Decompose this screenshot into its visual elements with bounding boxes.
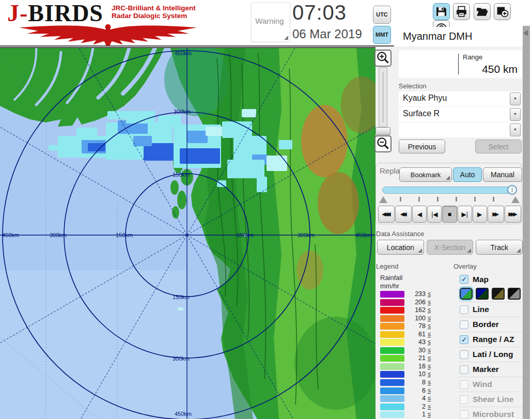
checkbox-lati-long[interactable] — [460, 350, 468, 359]
track-button[interactable]: Track — [476, 240, 523, 255]
fast-forward-button[interactable]: ▶▶ — [488, 206, 504, 223]
slider-tick — [474, 197, 476, 201]
overlay-row-range-az: Range / AZ — [459, 332, 523, 347]
add-image-button[interactable] — [494, 3, 511, 20]
site-dropdown-value: Kyauk Phyu — [403, 94, 447, 103]
zoom-in-button[interactable] — [374, 50, 392, 67]
skip-to-start-button[interactable]: ◀◀◀ — [378, 206, 395, 223]
panel-edge-strip[interactable] — [523, 26, 530, 419]
logo-subtitle-line1: JRC-Brilliant & Intelligent — [112, 4, 196, 12]
zoom-slider-track[interactable] — [379, 67, 387, 127]
range-ring-label: 150km — [173, 294, 190, 300]
overlay-item-label: Map — [473, 275, 489, 284]
map-style-blue-green[interactable] — [460, 288, 473, 300]
play-forward-button[interactable]: ▶ — [473, 206, 487, 223]
checkbox-line[interactable] — [460, 305, 468, 314]
jbirds-logo: J-BIRDS JRC-Brilliant & Intelligent Rada… — [4, 1, 247, 45]
rain-echo — [107, 111, 126, 119]
overlay-row-marker: Marker — [459, 362, 523, 377]
option-dropdown[interactable] — [399, 122, 522, 137]
slider-tick — [400, 197, 401, 201]
overlay-row-lati-long: Lati / Long — [459, 347, 523, 362]
legend-le-symbol: ≤ — [428, 299, 431, 305]
map-style-navy-darkgreen[interactable] — [476, 288, 489, 300]
step-forward-button[interactable]: ▶| — [458, 206, 472, 223]
zoom-out-icon — [376, 136, 390, 150]
open-folder-button[interactable] — [474, 3, 491, 20]
legend-swatch — [380, 307, 404, 314]
radar-map[interactable]: 450km300km150km150km300km450km450km300km… — [0, 48, 375, 419]
logo-subtitle: JRC-Brilliant & Intelligent Radar Dialog… — [112, 4, 196, 20]
legend-le-symbol: ≤ — [428, 315, 431, 321]
rain-echo — [187, 131, 208, 143]
chevron-down-icon[interactable] — [510, 92, 521, 105]
range-ring-label: 450km — [2, 232, 19, 238]
legend-item: 162≤ — [380, 306, 437, 315]
legend-value: 4 — [407, 395, 426, 402]
legend-swatch — [380, 379, 404, 386]
site-dropdown[interactable]: Kyauk Phyu — [399, 91, 522, 106]
checkbox-range-az[interactable] — [460, 335, 468, 344]
mmt-button[interactable]: MMT — [373, 26, 391, 44]
panel-collapse-icon[interactable] — [523, 30, 528, 36]
save-icon — [435, 5, 448, 18]
legend-swatch — [380, 404, 404, 410]
warning-box[interactable]: Warning — [251, 3, 290, 42]
skip-to-end-button[interactable]: ▶▶▶ — [505, 206, 521, 223]
range-value: 450 km — [482, 63, 518, 75]
legend-value: 61 — [407, 331, 426, 338]
chevron-down-icon[interactable] — [510, 108, 521, 121]
slider-range-marker-right[interactable] — [511, 196, 520, 203]
print-button[interactable] — [453, 3, 470, 20]
legend-le-symbol: ≤ — [428, 354, 431, 361]
bookmark-button[interactable]: Bookmark — [399, 167, 452, 182]
checkbox-border[interactable] — [460, 320, 468, 329]
rain-echo — [62, 150, 81, 157]
legend-value: 206 — [407, 299, 426, 306]
play-backward-button[interactable]: ◀ — [412, 206, 427, 223]
range-ring-label: 150km — [116, 232, 133, 238]
slider-range-marker-left[interactable] — [379, 196, 387, 203]
slider-tick — [456, 197, 457, 201]
legend-value: 162 — [407, 306, 426, 314]
range-ring-label: 150km — [173, 172, 190, 178]
select-button[interactable]: Select — [475, 139, 522, 153]
rain-echo — [267, 156, 287, 171]
zoom-out-button[interactable] — [374, 135, 392, 152]
checkbox-marker[interactable] — [460, 365, 468, 374]
range-ring-label: 150km — [237, 232, 254, 238]
overlay-row-shear-line: Shear Line — [459, 392, 523, 407]
rain-echo — [76, 128, 97, 137]
checkbox-map[interactable] — [460, 275, 468, 284]
stop-button[interactable]: ■ — [442, 206, 457, 223]
manual-button[interactable]: Manual — [483, 167, 522, 182]
overlay-items: MapLineBorderRange / AZLati / LongMarker… — [459, 273, 523, 419]
legend-item: 6≤ — [380, 387, 437, 395]
overlay-row-wind: Wind — [459, 377, 523, 392]
rain-echo — [222, 121, 252, 138]
replay-tick-row — [379, 195, 520, 205]
previous-button[interactable]: Previous — [399, 139, 445, 153]
legend-item: 206≤ — [380, 299, 437, 307]
fast-rewind-button[interactable]: ◀◀ — [395, 206, 412, 223]
auto-button[interactable]: Auto — [453, 167, 482, 182]
replay-slider-handle[interactable] — [507, 185, 517, 195]
legend-item: 21≤ — [380, 354, 437, 363]
save-button[interactable] — [433, 3, 450, 20]
product-dropdown[interactable]: Surface R — [399, 107, 522, 122]
utc-button[interactable]: UTC — [373, 6, 391, 24]
legend-le-symbol: ≤ — [428, 379, 431, 385]
map-style-black-gray[interactable] — [508, 288, 521, 300]
chevron-down-icon[interactable] — [510, 123, 521, 136]
map-style-black-olive[interactable] — [492, 288, 505, 300]
legend-items: 233≤206≤162≤100≤78≤61≤43≤30≤21≤16≤10≤8≤6… — [380, 290, 437, 419]
legend-value: 78 — [407, 322, 426, 330]
rain-echo — [49, 145, 60, 150]
zoom-slider-handle[interactable] — [375, 127, 390, 135]
step-backward-button[interactable]: |◀ — [427, 206, 442, 223]
legend-swatch — [380, 315, 404, 322]
legend-item: 233≤ — [380, 290, 437, 299]
legend-value: 16 — [407, 363, 426, 370]
replay-slider[interactable] — [382, 187, 515, 194]
location-button[interactable]: Location — [377, 240, 424, 255]
